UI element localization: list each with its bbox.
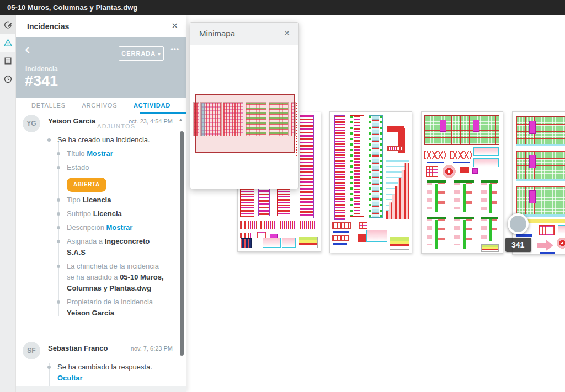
cad-detail [529, 121, 536, 134]
activity-items: Se ha creado una incidencia.Título Mostr… [16, 135, 186, 325]
tab-detalles[interactable]: DETALLES [31, 98, 66, 114]
badge-row: ABIERTA [67, 178, 168, 192]
status-dropdown-button[interactable]: CERRADA▾ [119, 46, 164, 61]
text-segment: Licencia [93, 210, 122, 218]
link-mostrar[interactable]: Mostrar [87, 149, 113, 158]
cad-detail [480, 180, 499, 214]
author-name: Sebastian Franco [48, 344, 108, 352]
activity-entry: SFSebastian Franconov. 7, 6:23 PMSe ha c… [16, 334, 186, 386]
minimap-body[interactable] [190, 45, 298, 189]
cad-detail [300, 221, 316, 229]
status-badge: ABIERTA [67, 178, 106, 192]
timestamp: nov. 7, 6:23 PM [131, 345, 173, 352]
cad-detail [387, 146, 403, 151]
cad-detail [452, 180, 476, 213]
activity-item: Subtipo Licencia [16, 208, 186, 219]
activity-item: Se ha cambiado la respuesta. Ocultar [16, 362, 186, 384]
activity-item: La chincheta de la incidencia se ha añad… [16, 261, 186, 294]
cad-detail [386, 160, 409, 219]
history-tool-button[interactable] [0, 70, 15, 88]
cad-detail [333, 243, 347, 245]
text-segment: Licencia [82, 196, 111, 204]
clock-icon [3, 74, 13, 84]
cad-detail [241, 238, 252, 248]
text-segment: Se ha cambiado la respuesta. [57, 363, 152, 371]
cad-detail [282, 238, 296, 248]
cad-detail [557, 238, 565, 249]
activity-item: Tipo Licencia [16, 195, 186, 206]
chevron-down-icon: ▾ [158, 51, 161, 57]
cad-detail [260, 221, 276, 229]
scrollbar[interactable] [180, 131, 184, 356]
panel-title: Incidencias [27, 15, 69, 37]
cad-detail [473, 147, 499, 156]
cad-detail [426, 166, 438, 177]
cad-detail [334, 115, 345, 220]
text-segment: Estado [67, 163, 89, 171]
cad-detail [299, 237, 318, 248]
close-icon[interactable]: ✕ [284, 29, 290, 37]
cad-detail [300, 115, 314, 218]
cad-detail [537, 240, 553, 251]
tab-archivos[interactable]: ARCHIVOS [82, 98, 117, 114]
sheets-tool-button[interactable] [0, 52, 15, 70]
avatar: YG [23, 115, 40, 132]
link-mostrar[interactable]: Mostrar [106, 223, 133, 232]
sheet-3[interactable] [421, 111, 503, 254]
activity-text: Descripción Mostrar [67, 223, 132, 232]
back-icon[interactable]: ‹ [25, 40, 30, 58]
cad-detail [516, 116, 565, 146]
status-label: CERRADA [121, 50, 156, 57]
text-segment: Asignada a [67, 237, 105, 245]
tab-actividad[interactable]: ACTIVIDAD [134, 98, 170, 114]
markup-tool-button[interactable] [0, 15, 15, 34]
cad-detail [516, 186, 565, 217]
sheet-2[interactable] [329, 111, 412, 253]
cad-detail [450, 151, 472, 159]
issue-pin[interactable] [508, 213, 529, 234]
cad-detail [473, 120, 479, 132]
cad-detail [558, 225, 565, 234]
author-name: Yeison Garcia [48, 117, 95, 125]
cad-detail [473, 158, 499, 167]
activity-text: Se ha cambiado la respuesta. Ocultar [57, 363, 152, 382]
warning-triangle-icon [3, 38, 13, 47]
minimap-viewport[interactable] [195, 94, 295, 153]
scroll-up-icon[interactable]: ▲ [178, 117, 183, 122]
issues-tabs: DETALLESARCHIVOSACTIVIDAD [16, 98, 186, 114]
cad-detail [424, 115, 499, 145]
cad-detail [460, 167, 469, 173]
activity-item: Propietario de la incidencia Yeison Garc… [16, 297, 186, 319]
cad-detail [263, 238, 281, 248]
issues-panel-header: Incidencias ✕ [16, 15, 186, 37]
left-toolbar [0, 15, 15, 392]
cad-detail [481, 244, 499, 252]
bullet-icon [57, 198, 60, 202]
cad-detail [366, 230, 387, 242]
more-options-icon[interactable]: ••• [170, 45, 179, 53]
cad-detail [390, 237, 409, 250]
close-icon[interactable]: ✕ [171, 21, 178, 31]
link-ocultar[interactable]: Ocultar [57, 374, 83, 382]
cad-detail [369, 115, 383, 218]
activity-text: Asignada a Ingeconcreto S.A.S [67, 237, 150, 256]
text-segment: Subtipo [67, 210, 93, 218]
issue-hero: ‹ CERRADA▾ ••• Incidencia #341 [16, 37, 186, 98]
text-segment: Yeison Garcia [67, 309, 114, 317]
cad-detail [425, 180, 448, 213]
cad-detail [240, 233, 252, 238]
issue-label: Incidencia [25, 65, 58, 73]
text-segment: Tipo [67, 196, 82, 204]
cad-detail [516, 179, 565, 181]
cad-detail [359, 222, 367, 229]
minimap-panel: Minimapa ✕ [190, 22, 299, 189]
bullet-icon [57, 265, 60, 268]
cad-detail [453, 162, 470, 163]
cad-detail [529, 190, 536, 203]
issues-tool-button[interactable] [0, 34, 15, 52]
minimap-header[interactable]: Minimapa ✕ [190, 23, 298, 45]
cad-detail [427, 162, 444, 163]
cad-detail [516, 234, 532, 237]
cad-detail [540, 252, 555, 254]
activity-text: Subtipo Licencia [67, 210, 122, 218]
